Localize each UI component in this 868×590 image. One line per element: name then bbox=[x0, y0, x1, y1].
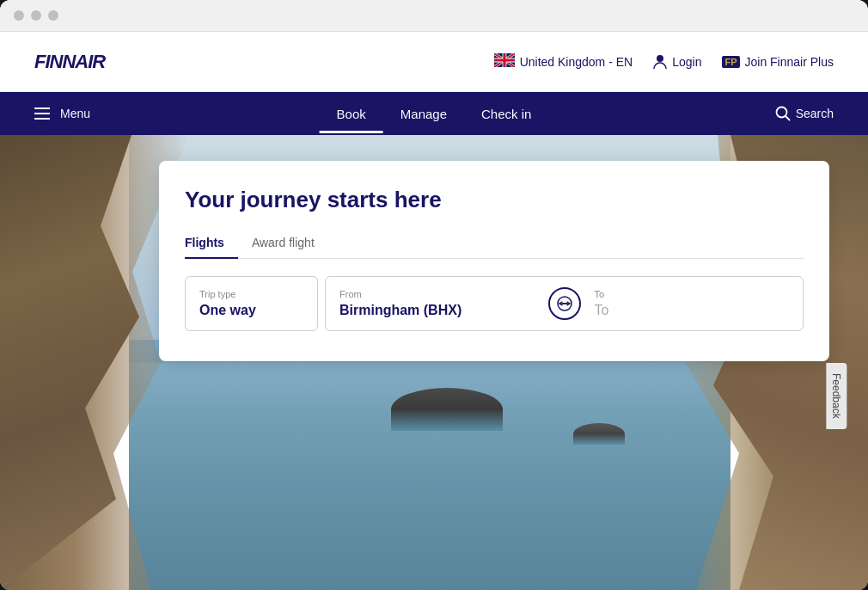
nav-left: Menu bbox=[34, 107, 90, 120]
nav-item-manage[interactable]: Manage bbox=[383, 95, 464, 133]
from-label: From bbox=[339, 289, 535, 299]
login-button[interactable]: Login bbox=[653, 54, 701, 70]
swap-icon bbox=[557, 296, 572, 311]
island-1 bbox=[391, 388, 503, 431]
nav-item-checkin[interactable]: Check in bbox=[464, 95, 548, 133]
browser-dot-yellow bbox=[31, 10, 41, 21]
to-label: To bbox=[595, 289, 790, 299]
finnair-logo: FINNAIR bbox=[34, 51, 105, 73]
search-label: Search bbox=[796, 107, 834, 120]
card-title: Your journey starts here bbox=[185, 187, 804, 213]
uk-flag-icon bbox=[494, 53, 515, 70]
site-nav: Menu Book Manage Check in Search bbox=[0, 92, 868, 135]
feedback-button[interactable]: Feedback bbox=[827, 363, 847, 429]
card-tabs: Flights Award flight bbox=[185, 229, 804, 259]
tab-award-flight[interactable]: Award flight bbox=[238, 229, 328, 258]
browser-dot-red bbox=[14, 10, 24, 21]
header-right: United Kingdom - EN Login FP Join Finnai… bbox=[494, 53, 834, 70]
search-icon bbox=[775, 106, 791, 121]
nav-item-book[interactable]: Book bbox=[320, 95, 383, 133]
hamburger-icon[interactable] bbox=[34, 108, 50, 120]
trip-type-label: Trip type bbox=[199, 289, 303, 299]
browser-window: FINNAIR United Kingdom - EN bbox=[0, 0, 868, 590]
join-finnair-plus-button[interactable]: FP Join Finnair Plus bbox=[722, 55, 834, 69]
browser-content: FINNAIR United Kingdom - EN bbox=[0, 32, 868, 590]
search-row: Trip type One way From Birmingham (BHX) bbox=[185, 276, 804, 331]
hero-section: Your journey starts here Flights Award f… bbox=[0, 135, 868, 590]
person-icon bbox=[653, 54, 667, 70]
svg-point-1 bbox=[657, 55, 663, 62]
nav-center: Book Manage Check in bbox=[320, 95, 549, 133]
join-finnair-plus-label: Join Finnair Plus bbox=[745, 55, 834, 69]
island-2 bbox=[573, 423, 625, 445]
booking-card: Your journey starts here Flights Award f… bbox=[159, 161, 829, 361]
trip-type-field[interactable]: Trip type One way bbox=[185, 276, 318, 331]
menu-label[interactable]: Menu bbox=[60, 107, 90, 120]
locale-label: United Kingdom - EN bbox=[520, 55, 633, 69]
water-bg bbox=[129, 340, 730, 590]
trip-type-value: One way bbox=[199, 303, 303, 318]
from-section: From Birmingham (BHX) bbox=[339, 289, 535, 318]
to-section: To To bbox=[595, 289, 790, 318]
tab-flights[interactable]: Flights bbox=[185, 229, 238, 258]
from-to-field[interactable]: From Birmingham (BHX) bbox=[325, 276, 804, 331]
browser-dot-green bbox=[48, 10, 58, 21]
login-label: Login bbox=[672, 55, 701, 69]
finnair-plus-icon: FP bbox=[722, 56, 739, 68]
swap-button[interactable] bbox=[548, 287, 581, 320]
from-value: Birmingham (BHX) bbox=[339, 303, 535, 318]
site-header: FINNAIR United Kingdom - EN bbox=[0, 32, 868, 92]
browser-chrome bbox=[0, 0, 868, 32]
locale-selector[interactable]: United Kingdom - EN bbox=[494, 53, 633, 70]
search-button[interactable]: Search bbox=[775, 106, 834, 121]
to-placeholder: To bbox=[595, 303, 790, 318]
